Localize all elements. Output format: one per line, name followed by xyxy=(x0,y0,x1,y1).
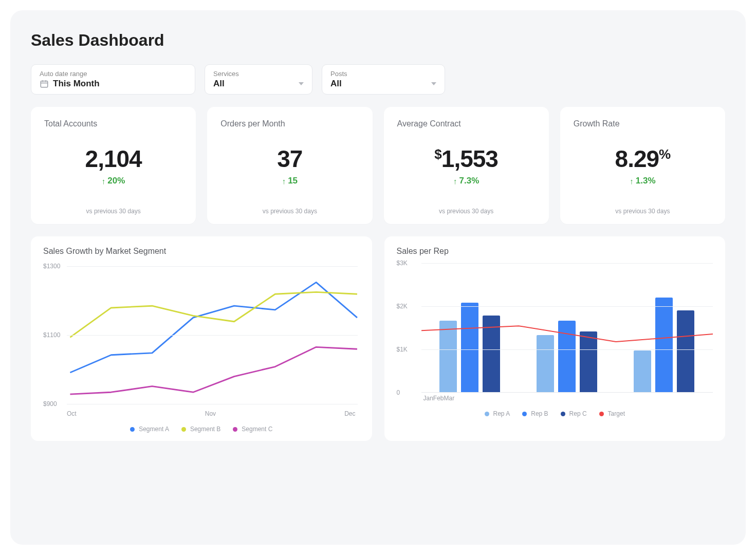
y-tick: 0 xyxy=(397,389,400,396)
kpi-value: 37 xyxy=(220,145,359,173)
chevron-down-icon xyxy=(431,82,436,85)
line-series xyxy=(70,292,357,337)
calendar-icon xyxy=(40,79,49,88)
bar-chart-area: $3K$2K$1K0 xyxy=(421,263,713,393)
kpi-title: Orders per Month xyxy=(220,119,359,128)
date-range-value: This Month xyxy=(53,79,100,89)
bar xyxy=(439,321,457,392)
kpi-value: 8.29% xyxy=(574,145,712,173)
kpi-footer: vs previous 30 days xyxy=(397,203,536,215)
line-series xyxy=(70,282,357,373)
kpi-card-accounts: Total Accounts 2,104 ↑ 20% vs previous 3… xyxy=(31,107,196,224)
chevron-down-icon xyxy=(299,82,304,85)
bar xyxy=(558,321,576,392)
x-tick: Feb xyxy=(433,395,444,402)
services-label: Services xyxy=(213,70,304,78)
bar-group xyxy=(519,263,616,392)
legend-dot-icon xyxy=(181,427,186,432)
y-tick: $2K xyxy=(397,303,408,310)
legend-dot-icon xyxy=(599,412,604,416)
bar xyxy=(634,350,651,392)
x-tick: Jan xyxy=(423,395,433,402)
kpi-title: Growth Rate xyxy=(574,119,712,128)
filters-row: Auto date range This Month Servic xyxy=(31,64,725,95)
kpi-footer: vs previous 30 days xyxy=(44,203,182,215)
kpi-card-growth: Growth Rate 8.29% ↑ 1.3% vs previous 30 … xyxy=(560,107,725,224)
kpi-title: Average Contract xyxy=(397,119,536,128)
services-value: All xyxy=(213,79,225,89)
y-tick: $1K xyxy=(397,346,408,353)
line-series xyxy=(70,347,357,394)
legend-dot-icon xyxy=(233,427,237,432)
arrow-up-icon: ↑ xyxy=(102,177,106,186)
bar xyxy=(461,303,478,392)
page-title: Sales Dashboard xyxy=(31,31,725,50)
legend-item[interactable]: Target xyxy=(599,410,625,417)
kpi-delta: ↑ 15 xyxy=(220,176,359,186)
kpi-title: Total Accounts xyxy=(44,119,182,128)
y-tick: $3K xyxy=(397,260,408,267)
y-tick: $900 xyxy=(43,400,57,408)
bar xyxy=(655,298,673,392)
posts-label: Posts xyxy=(330,70,436,78)
kpi-card-contract: Average Contract $1,553 ↑ 7.3% vs previo… xyxy=(384,107,549,224)
bar xyxy=(677,310,694,392)
posts-filter[interactable]: Posts All xyxy=(322,64,445,95)
legend-dot-icon xyxy=(522,412,527,416)
kpi-footer: vs previous 30 days xyxy=(220,203,359,215)
kpi-card-orders: Orders per Month 37 ↑ 15 vs previous 30 … xyxy=(207,107,372,224)
legend-dot-icon xyxy=(485,412,489,416)
legend-item[interactable]: Rep C xyxy=(561,410,587,417)
bar xyxy=(537,335,554,392)
kpi-value: 2,104 xyxy=(44,145,182,173)
chart-sales-per-rep: Sales per Rep $3K$2K$1K0 JanFebMar Rep A… xyxy=(384,236,726,441)
chart-growth-by-segment: Sales Growth by Market Segment $1300$110… xyxy=(31,236,372,441)
kpi-delta: ↑ 7.3% xyxy=(397,176,536,186)
x-tick: Mar xyxy=(444,395,455,402)
chart-title: Sales per Rep xyxy=(397,247,713,256)
kpi-footer: vs previous 30 days xyxy=(574,203,712,215)
bar xyxy=(580,331,597,392)
arrow-up-icon: ↑ xyxy=(282,177,286,186)
line-chart-area: $1300$1100$900 xyxy=(43,263,360,407)
svg-rect-0 xyxy=(41,81,48,87)
legend-dot-icon xyxy=(130,427,135,432)
services-filter[interactable]: Services All xyxy=(205,64,312,95)
chart-title: Sales Growth by Market Segment xyxy=(43,247,360,256)
kpi-delta: ↑ 20% xyxy=(44,176,182,186)
charts-row: Sales Growth by Market Segment $1300$110… xyxy=(31,236,725,441)
bar-legend: Rep ARep BRep CTarget xyxy=(397,410,713,417)
bar-group xyxy=(616,263,713,392)
date-range-label: Auto date range xyxy=(40,70,187,78)
kpi-delta: ↑ 1.3% xyxy=(574,176,712,186)
date-range-filter[interactable]: Auto date range This Month xyxy=(31,64,195,95)
bar-x-axis: JanFebMar xyxy=(397,393,434,402)
kpi-row: Total Accounts 2,104 ↑ 20% vs previous 3… xyxy=(31,107,725,224)
legend-dot-icon xyxy=(561,412,565,416)
legend-item[interactable]: Rep B xyxy=(522,410,548,417)
legend-item[interactable]: Rep A xyxy=(485,410,510,417)
kpi-value: $1,553 xyxy=(397,145,536,173)
dashboard-page: Sales Dashboard Auto date range This Mon… xyxy=(10,10,746,545)
arrow-up-icon: ↑ xyxy=(630,177,634,186)
posts-value: All xyxy=(330,79,342,89)
y-tick: $1100 xyxy=(43,331,60,339)
y-tick: $1300 xyxy=(43,263,60,270)
arrow-up-icon: ↑ xyxy=(453,177,457,186)
bar-group xyxy=(421,263,519,392)
bar xyxy=(483,316,500,392)
